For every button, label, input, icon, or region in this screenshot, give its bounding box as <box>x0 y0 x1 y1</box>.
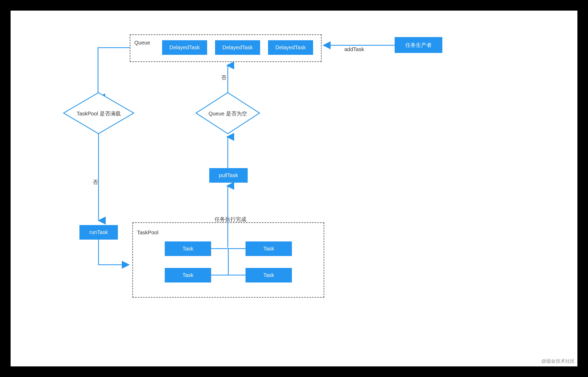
delayed-task-box: DelayedTask <box>215 40 260 55</box>
pulltask-box: pullTask <box>209 168 248 183</box>
diagram-canvas: Queue DelayedTask DelayedTask DelayedTas… <box>11 11 577 366</box>
decision-queue-empty-label: Queue 是否为空 <box>196 110 260 117</box>
queue-title: Queue <box>134 40 150 46</box>
decision1-no-label: 否 <box>93 179 98 186</box>
arrow-taskpool-to-pulltask <box>226 183 231 248</box>
delayed-task-box: DelayedTask <box>162 40 207 55</box>
decision-queue-empty: Queue 是否为空 <box>196 93 260 134</box>
decision2-no-label: 否 <box>221 74 226 81</box>
arrow-queue-to-decision1 <box>95 45 132 101</box>
queue-container: Queue DelayedTask DelayedTask DelayedTas… <box>130 34 322 62</box>
decision-taskpool-full-label: TaskPool 是否满载 <box>64 110 134 117</box>
arrow-runtask-to-taskpool <box>97 240 132 269</box>
runtask-box: runTask <box>79 225 118 240</box>
arrow-decision2-to-queue <box>226 62 231 93</box>
addtask-label: addTask <box>344 46 364 52</box>
watermark: @掘金技术社区 <box>541 358 575 364</box>
producer-box: 任务生产者 <box>395 37 442 53</box>
delayed-task-box: DelayedTask <box>268 40 313 55</box>
decision-taskpool-full: TaskPool 是否满载 <box>64 93 134 134</box>
arrow-pulltask-to-decision2 <box>226 134 231 168</box>
